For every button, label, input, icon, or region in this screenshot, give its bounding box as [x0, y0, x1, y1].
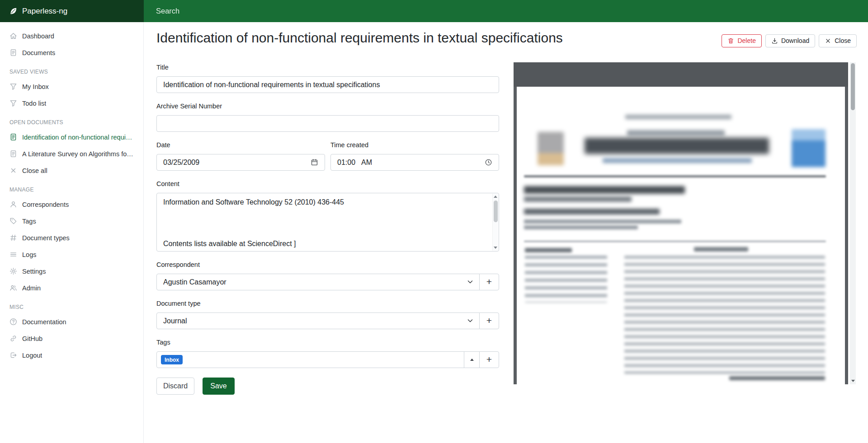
sidebar-section-manage: MANAGE: [0, 179, 143, 196]
document-edit-form: Title Archive Serial Number Date 03/25/2…: [156, 64, 499, 395]
title-input[interactable]: [156, 76, 499, 93]
file-icon: [9, 133, 17, 141]
sidebar-item-dashboard[interactable]: Dashboard: [0, 28, 143, 44]
asn-input[interactable]: [156, 115, 499, 132]
funnel-icon: [9, 83, 17, 90]
sidebar-item-logout[interactable]: Logout: [0, 347, 143, 364]
sidebar: Dashboard Documents SAVED VIEWS My Inbox…: [0, 22, 144, 443]
scroll-down-arrow-icon[interactable]: [494, 247, 497, 249]
content-scroll-thumb[interactable]: [494, 201, 498, 222]
sidebar-item-label: Documents: [22, 49, 55, 56]
sidebar-section-open-documents: OPEN DOCUMENTS: [0, 112, 143, 129]
clock-icon[interactable]: [485, 159, 492, 166]
tag-badge-inbox[interactable]: Inbox: [161, 355, 183, 364]
time-input[interactable]: 01:00 AM: [330, 154, 499, 171]
gear-icon: [9, 267, 17, 275]
title-field-group: Title: [156, 64, 499, 93]
pdf-blur-rule-top: [524, 175, 826, 177]
plus-icon: +: [486, 354, 492, 364]
pdf-blur-header-line-2: [627, 130, 725, 136]
content-textarea[interactable]: Information and Software Technology 52 (…: [156, 193, 499, 252]
date-input[interactable]: 03/25/2009: [156, 154, 325, 171]
pdf-blur-homepage-line: [603, 158, 752, 163]
sidebar-item-document-types[interactable]: Document types: [0, 229, 143, 246]
discard-button[interactable]: Discard: [156, 378, 194, 395]
sidebar-item-admin[interactable]: Admin: [0, 280, 143, 296]
date-time-row: Date 03/25/2009 Time created 01:00 AM: [156, 141, 499, 180]
correspondent-select[interactable]: Agustin Casamayor: [156, 274, 480, 290]
navbar-search-area: [144, 0, 868, 22]
save-button[interactable]: Save: [203, 378, 234, 395]
pdf-blur-abstract-header: [694, 247, 748, 252]
pdf-scroll-down-arrow-icon[interactable]: [851, 380, 855, 382]
sidebar-item-my-inbox[interactable]: My Inbox: [0, 78, 143, 95]
sidebar-item-settings[interactable]: Settings: [0, 263, 143, 280]
document-actions: Delete Download Close: [722, 34, 857, 47]
pdf-blur-journal-cover: [792, 129, 826, 167]
content-text: Information and Software Technology 52 (…: [157, 193, 499, 251]
download-button-label: Download: [781, 37, 809, 45]
pdf-toolbar[interactable]: [514, 62, 848, 87]
correspondent-input-group: Agustin Casamayor +: [156, 274, 499, 290]
tags-dropdown-button[interactable]: [464, 351, 480, 368]
sidebar-open-document-1[interactable]: Identification of non-functional require…: [0, 129, 143, 145]
file-icon: [9, 49, 17, 56]
tags-input-group: Inbox +: [156, 351, 499, 368]
main-content: Identification of non-functional require…: [144, 22, 868, 443]
content-scrollbar[interactable]: [492, 194, 498, 251]
content-field-group: Content Information and Software Technol…: [156, 180, 499, 252]
app-brand[interactable]: Paperless-ng: [0, 0, 144, 22]
sidebar-item-label: Close all: [22, 167, 47, 174]
sidebar-item-label: Identification of non-functional require…: [22, 134, 134, 141]
pdf-viewport[interactable]: [514, 87, 848, 384]
hash-icon: [9, 234, 17, 242]
sidebar-item-label: Admin: [22, 284, 41, 292]
correspondent-field-group: Correspondent Agustin Casamayor +: [156, 261, 499, 290]
date-label: Date: [156, 141, 325, 149]
delete-button[interactable]: Delete: [722, 34, 761, 47]
add-tag-button[interactable]: +: [479, 351, 499, 368]
download-button[interactable]: Download: [765, 34, 815, 47]
sidebar-item-logs[interactable]: Logs: [0, 246, 143, 263]
pdf-blur-abstract-lines: [624, 256, 825, 374]
brand-name: Paperless-ng: [22, 7, 67, 16]
tag-icon: [9, 217, 17, 225]
pdf-blur-rule-mid: [524, 241, 826, 242]
pdf-blur-paper-title: [524, 186, 685, 194]
pdf-scrollbar[interactable]: [850, 62, 856, 384]
add-correspondent-button[interactable]: +: [479, 274, 499, 290]
pdf-blur-affiliation-1: [524, 219, 681, 224]
sidebar-section-misc: MISC: [0, 296, 143, 313]
sidebar-close-all[interactable]: Close all: [0, 162, 143, 179]
close-button[interactable]: Close: [819, 34, 857, 47]
scroll-up-arrow-icon[interactable]: [494, 196, 497, 198]
global-search-input[interactable]: [156, 7, 463, 15]
sidebar-open-document-2[interactable]: A Literature Survey on Algorithms for Mu…: [0, 145, 143, 162]
pdf-blur-journal-title: [585, 138, 769, 154]
sidebar-item-documents[interactable]: Documents: [0, 44, 143, 61]
close-button-label: Close: [835, 37, 851, 45]
asn-label: Archive Serial Number: [156, 103, 499, 110]
pdf-blur-article-info-lines: [525, 256, 607, 303]
link-icon: [9, 335, 17, 342]
sidebar-item-documentation[interactable]: Documentation: [0, 313, 143, 330]
sidebar-item-label: Logout: [22, 352, 42, 359]
leaf-logo-icon: [9, 7, 18, 15]
sidebar-item-label: A Literature Survey on Algorithms for Mu…: [22, 150, 134, 158]
pdf-scroll-thumb[interactable]: [851, 63, 855, 110]
sidebar-item-label: Documentation: [22, 318, 66, 326]
document-type-input-group: Journal +: [156, 312, 499, 329]
download-icon: [771, 37, 778, 44]
sidebar-item-tags[interactable]: Tags: [0, 213, 143, 229]
document-type-select[interactable]: Journal: [156, 312, 480, 329]
pdf-blur-publisher-logo: [538, 132, 564, 165]
calendar-icon[interactable]: [311, 159, 318, 166]
tags-input[interactable]: Inbox: [156, 351, 464, 368]
pdf-preview: [514, 62, 856, 384]
sidebar-item-correspondents[interactable]: Correspondents: [0, 196, 143, 213]
content-label: Content: [156, 180, 499, 188]
sidebar-item-github[interactable]: GitHub: [0, 330, 143, 347]
add-document-type-button[interactable]: +: [479, 312, 499, 329]
list-icon: [9, 251, 17, 258]
sidebar-item-todo-list[interactable]: Todo list: [0, 95, 143, 112]
